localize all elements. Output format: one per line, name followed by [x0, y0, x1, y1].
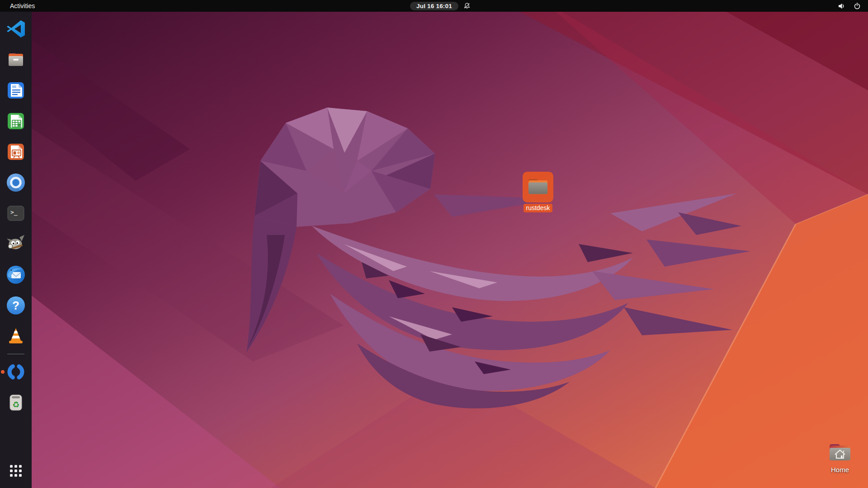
libreoffice-calc-icon: [6, 111, 26, 131]
terminal-prompt-glyph: >_: [10, 209, 18, 216]
folder-icon: [526, 176, 550, 198]
gimp-icon: [6, 234, 26, 254]
running-indicator-dot: [1, 370, 5, 374]
clock-label: Jul 16 16:01: [410, 2, 458, 10]
recycle-glyph: ♻: [12, 400, 19, 409]
volume-icon[interactable]: [838, 2, 845, 10]
dock-item-gimp[interactable]: [5, 233, 27, 255]
activities-label: Activities: [10, 2, 35, 9]
desktop-icon-home[interactable]: Home: [823, 441, 857, 474]
dock-item-rustdesk[interactable]: [5, 361, 27, 383]
trash-icon: ♻: [6, 393, 26, 413]
chromium-icon: [6, 173, 26, 192]
activities-button[interactable]: Activities: [6, 0, 38, 12]
help-question-glyph: ?: [12, 299, 19, 312]
show-apps-grid-icon: [9, 464, 23, 478]
dock: >_: [0, 12, 32, 488]
desktop-icon-label: rustdesk: [524, 204, 553, 212]
show-applications-button[interactable]: [5, 460, 27, 482]
dock-item-vlc[interactable]: [5, 325, 27, 347]
dock-item-vscode[interactable]: [5, 18, 27, 40]
help-icon: ?: [6, 296, 26, 315]
dock-item-files[interactable]: [5, 49, 27, 70]
desktop-wallpaper: [0, 0, 868, 488]
thunderbird-icon: [6, 265, 26, 285]
dock-item-thunderbird[interactable]: [5, 264, 27, 286]
dock-item-chromium[interactable]: [5, 172, 27, 193]
files-icon: [6, 50, 26, 70]
libreoffice-impress-icon: [6, 142, 26, 162]
libreoffice-writer-icon: [6, 80, 26, 100]
dock-item-libreoffice-calc[interactable]: [5, 110, 27, 132]
dock-item-terminal[interactable]: >_: [5, 202, 27, 224]
terminal-icon: >_: [6, 203, 26, 223]
vscode-icon: [6, 19, 26, 39]
dock-item-libreoffice-writer[interactable]: [5, 80, 27, 101]
dock-item-libreoffice-impress[interactable]: [5, 141, 27, 163]
clock-button[interactable]: Jul 16 16:01: [410, 0, 471, 12]
desktop-icon-label: Home: [828, 466, 852, 474]
selection-highlight: [523, 172, 553, 202]
top-bar: Activities Jul 16 16:01: [0, 0, 868, 12]
rustdesk-icon: [6, 362, 26, 382]
dock-item-trash[interactable]: ♻: [5, 392, 27, 413]
dock-item-help[interactable]: ?: [5, 295, 27, 316]
dock-separator: [7, 354, 24, 354]
bell-slash-icon: [463, 2, 471, 9]
system-status-area[interactable]: [835, 0, 863, 12]
power-icon[interactable]: [854, 2, 861, 9]
folder-icon-home: [825, 441, 855, 465]
desktop-icon-rustdesk[interactable]: rustdesk: [521, 172, 555, 212]
vlc-icon: [6, 326, 26, 346]
